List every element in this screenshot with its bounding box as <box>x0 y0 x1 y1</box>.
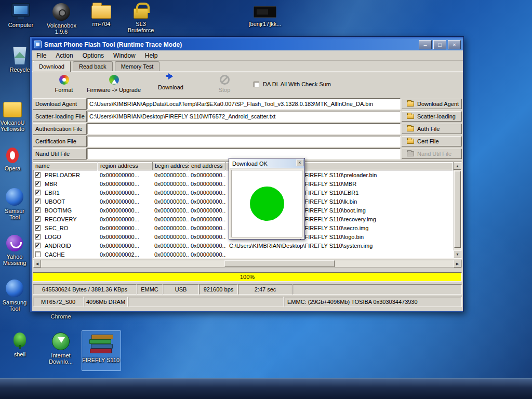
partition-name: BOOTIMG <box>43 207 98 214</box>
file-location: C:\Users\KIMBRIAN\Desktop\FIREFLY S110\s… <box>226 243 454 249</box>
format-icon <box>59 75 69 85</box>
blue-sphere-icon <box>6 188 23 206</box>
desktop-icon-computer[interactable]: Computer <box>7 3 34 28</box>
title-bar[interactable]: Smart Phone Flash Tool (Runtime Trace Mo… <box>32 38 463 50</box>
desktop-icon-firefly-selected[interactable]: FIREFLY S110 <box>82 330 121 371</box>
horizontal-scroll-thumb[interactable] <box>224 260 335 267</box>
desktop-icon-chrome[interactable]: Chrome <box>45 313 77 320</box>
field-label: Certification File <box>33 136 87 147</box>
auth-file-input[interactable] <box>87 123 401 135</box>
row-checkbox[interactable] <box>35 216 41 222</box>
popup-title: Download OK <box>232 161 268 167</box>
status-elapsed-time: 2:47 sec <box>238 284 292 295</box>
header-name[interactable]: name <box>33 162 98 170</box>
row-checkbox[interactable] <box>35 198 41 204</box>
folder-icon <box>91 5 111 19</box>
scroll-up-icon[interactable]: ▲ <box>454 162 461 170</box>
menu-help[interactable]: Help <box>140 50 163 61</box>
scroll-right-icon[interactable]: ▶ <box>454 260 461 268</box>
blue-sphere-icon <box>6 280 23 297</box>
vertical-scrollbar[interactable]: ▲ ▼ <box>454 162 461 258</box>
desktop: Computer Volcanobox 1.9.6 rm-704 SL3 Bru… <box>0 0 532 399</box>
menu-options[interactable]: Options <box>78 50 109 61</box>
download-button[interactable]: Download <box>149 75 193 98</box>
scroll-down-icon[interactable]: ▼ <box>454 250 461 258</box>
region-address: 0x000000000... <box>98 172 153 178</box>
header-region[interactable]: region address <box>98 162 153 170</box>
begin-address: 0x00000000... <box>153 216 189 222</box>
begin-address: 0x00000000... <box>153 243 189 249</box>
status-storage-type: EMMC <box>137 284 163 295</box>
row-checkbox[interactable] <box>35 181 41 187</box>
row-checkbox[interactable] <box>35 172 41 178</box>
vertical-scroll-thumb[interactable] <box>454 171 461 248</box>
desktop-icon-rm704[interactable]: rm-704 <box>88 2 114 27</box>
scatter-file-input[interactable]: C:\Users\KIMBRIAN\Desktop\FIREFLY S110\M… <box>87 111 401 122</box>
auth-browse-button[interactable]: Auth File <box>402 124 462 134</box>
header-begin[interactable]: begin address <box>153 162 189 170</box>
lock-icon <box>134 8 148 19</box>
header-end[interactable]: end address <box>189 162 226 170</box>
field-label: Scatter-loading File <box>33 111 87 122</box>
browse-button-label: Nand Util File <box>417 151 451 157</box>
scroll-left-icon[interactable]: ◀ <box>33 260 41 268</box>
desktop-icon-samsung-tool-1[interactable]: Samsur Tool <box>1 188 28 220</box>
menu-file[interactable]: File <box>32 50 51 61</box>
download-agent-input[interactable]: C:\Users\KIMBRIAN\AppData\Local\Temp\Rar… <box>87 98 401 110</box>
region-address: 0x000000000... <box>98 243 153 249</box>
horizontal-scrollbar[interactable]: ◀ ▶ <box>33 260 462 268</box>
popup-close-icon[interactable]: × <box>296 159 303 166</box>
minimize-button[interactable]: – <box>419 40 432 49</box>
menu-action[interactable]: Action <box>51 50 77 61</box>
firmware-upgrade-button[interactable]: Firmware -> Upgrade <box>83 75 145 98</box>
region-address: 0x000000000... <box>98 198 153 205</box>
scatter-browse-button[interactable]: Scatter-loading <box>402 111 462 122</box>
row-checkbox[interactable] <box>35 207 41 213</box>
tab-read-back[interactable]: Read back <box>73 61 113 72</box>
desktop-icon-shell[interactable]: shell <box>7 332 32 357</box>
begin-address: 0x00000000... <box>153 251 189 258</box>
popup-title-bar[interactable]: Download OK <box>230 159 304 168</box>
partition-name: SEC_RO <box>43 225 98 231</box>
progress-bar: 100% <box>33 272 462 282</box>
row-checkbox[interactable] <box>35 234 41 240</box>
download-agent-browse-button[interactable]: Download Agent <box>402 99 462 109</box>
desktop-icon-samsung-tool-2[interactable]: Samsung Tool <box>1 280 28 312</box>
checksum-checkbox[interactable] <box>254 82 259 87</box>
desktop-icon-idm[interactable]: Internet Downlo... <box>45 332 77 365</box>
menu-window[interactable]: Window <box>109 50 140 61</box>
desktop-icon-volcanobox[interactable]: Volcanobox 1.9.6 <box>47 3 76 35</box>
tab-download[interactable]: Download <box>33 61 71 72</box>
open-folder-icon <box>407 139 414 144</box>
row-checkbox[interactable] <box>35 190 41 195</box>
checksum-label: DA DL All With Check Sum <box>263 81 331 87</box>
desktop-icon-yahoo[interactable]: Yahoo Messeng <box>1 235 28 266</box>
upgrade-label: Firmware -> Upgrade <box>83 87 145 93</box>
cert-file-input[interactable] <box>87 136 401 147</box>
desktop-icon-opera[interactable]: Opera <box>0 147 25 171</box>
cert-browse-button[interactable]: Cert File <box>402 136 462 147</box>
maximize-button[interactable]: □ <box>433 40 446 49</box>
checksum-option[interactable]: DA DL All With Check Sum <box>254 81 331 87</box>
success-ring-icon <box>250 187 284 221</box>
region-address: 0x000000000... <box>98 225 153 231</box>
desktop-icon-volcano-yellow[interactable]: VolcanoU Yellowsto <box>0 102 25 132</box>
desktop-icon-recycle[interactable]: Recycle <box>7 47 32 73</box>
field-row-download-agent: Download Agent C:\Users\KIMBRIAN\AppData… <box>32 98 463 110</box>
row-checkbox[interactable] <box>35 225 41 231</box>
close-button[interactable]: × <box>448 40 461 49</box>
desktop-icon-benjr17[interactable]: [benjr17]kk... <box>248 3 282 27</box>
format-button[interactable]: Format <box>43 75 85 98</box>
tab-memory-test[interactable]: Memory Test <box>115 61 160 72</box>
row-checkbox[interactable] <box>35 243 41 248</box>
partition-name: EBR1 <box>43 190 98 196</box>
table-row[interactable]: CACHE 0x000000002... 0x00000000... 0x000… <box>33 250 454 259</box>
download-ok-popup: Download OK × <box>229 158 305 240</box>
row-checkbox[interactable] <box>35 251 41 257</box>
desktop-icon-sl3[interactable]: SL3 Bruteforce <box>127 2 155 33</box>
desktop-icon-label: Opera <box>0 165 25 171</box>
table-row[interactable]: ANDROID 0x000000000... 0x00000000... 0x0… <box>33 241 454 250</box>
end-address: 0x00000000... <box>189 234 226 240</box>
open-folder-icon <box>407 114 414 119</box>
desktop-icon-label: Samsung Tool <box>1 299 28 312</box>
